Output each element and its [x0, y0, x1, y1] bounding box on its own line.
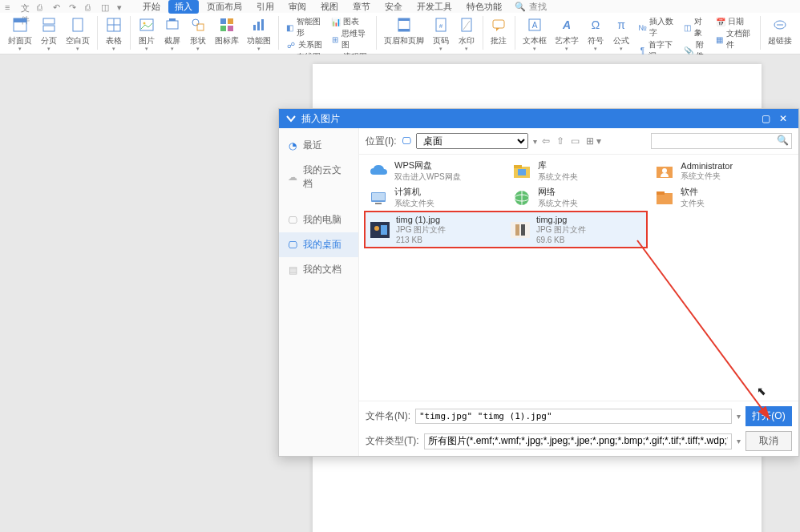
back-icon[interactable]: ⇦: [542, 135, 550, 147]
tab-insert[interactable]: 插入: [168, 0, 199, 14]
dialog-sidebar: ◔最近 ☁我的云文档 🖵我的电脑 🖵我的桌面 ▤我的文档: [279, 128, 359, 456]
rb-pagenum[interactable]: #页码▾: [429, 16, 453, 52]
svg-rect-4: [73, 18, 83, 31]
svg-point-51: [374, 226, 379, 231]
tab-review[interactable]: 审阅: [282, 0, 313, 14]
side-recent[interactable]: ◔最近: [279, 133, 358, 158]
rb-shapes[interactable]: 形状▾: [186, 16, 210, 52]
tab-start[interactable]: 开始: [136, 0, 167, 14]
svg-rect-44: [375, 203, 382, 204]
qat-undo-icon[interactable]: ↶: [53, 2, 61, 10]
rb-cover[interactable]: 封面页▾: [5, 16, 35, 52]
file-network[interactable]: 网络系统文件夹: [507, 184, 651, 211]
side-desktop[interactable]: 🖵我的桌面: [279, 232, 358, 257]
rb-blank[interactable]: 空白页▾: [63, 16, 93, 52]
search-icon[interactable]: 🔍: [777, 135, 789, 146]
network-icon: [511, 187, 533, 209]
file-computer[interactable]: 计算机系统文件夹: [364, 184, 507, 211]
clock-icon: ◔: [287, 140, 298, 151]
location-toolbar: ⇦ ⇧ ▭ ⊞ ▾: [542, 135, 601, 147]
dialog-titlebar: 插入图片 ▢ ✕: [279, 109, 798, 128]
rb-relation[interactable]: ☍关系图: [286, 39, 322, 50]
svg-point-41: [662, 168, 667, 173]
rb-pagebreak[interactable]: 分页▾: [37, 16, 61, 52]
svg-rect-19: [257, 22, 260, 30]
library-icon: [511, 160, 533, 183]
rb-headerfooter[interactable]: 页眉和页脚: [381, 16, 427, 46]
rb-hyperlink[interactable]: 超链接: [765, 16, 795, 46]
tab-section[interactable]: 章节: [346, 0, 377, 14]
up-icon[interactable]: ⇧: [556, 135, 564, 147]
rb-chart[interactable]: 📊图表: [331, 16, 359, 27]
rb-mindmap[interactable]: ⊞思维导图: [331, 28, 369, 50]
rb-equation[interactable]: π公式▾: [609, 16, 633, 52]
qat-save-icon[interactable]: ⎙: [37, 2, 45, 10]
svg-text:A: A: [562, 18, 571, 31]
qat-preview-icon[interactable]: ◫: [101, 2, 109, 10]
cancel-button[interactable]: 取消: [745, 431, 792, 451]
pc-icon: 🖵: [287, 215, 298, 226]
svg-rect-16: [220, 26, 226, 31]
cloud-icon: ☁: [287, 171, 298, 183]
ribbon: 封面页▾ 分页▾ 空白页▾ 表格▾ 图片▾ 截屏▾ 形状▾ 图标库 功能图▾ ◧…: [0, 13, 800, 54]
search-input[interactable]: [651, 133, 792, 149]
side-computer[interactable]: 🖵我的电脑: [279, 208, 358, 232]
file-grid[interactable]: WPS网盘双击进入WPS网盘 库系统文件夹 Administrator系统文件夹: [359, 155, 798, 401]
svg-rect-14: [220, 18, 226, 24]
svg-rect-18: [253, 25, 256, 30]
filetype-select[interactable]: [424, 433, 732, 449]
rb-textbox[interactable]: A文本框▾: [519, 16, 550, 52]
file-wpsdisk[interactable]: WPS网盘双击进入WPS网盘: [364, 158, 507, 184]
rb-screenshot[interactable]: 截屏▾: [160, 16, 184, 52]
side-cloud[interactable]: ☁我的云文档: [279, 158, 358, 196]
folder-icon: ▤: [287, 264, 298, 276]
qat-redo-icon[interactable]: ↷: [69, 2, 77, 10]
tab-layout[interactable]: 页面布局: [200, 0, 248, 14]
rb-object[interactable]: ◫对象: [684, 16, 708, 38]
rb-smartart[interactable]: ◧智能图形: [286, 16, 324, 38]
rb-table[interactable]: 表格▾: [102, 16, 126, 52]
svg-rect-13: [197, 24, 204, 30]
ribbon-tabs: 开始 插入 页面布局 引用 审阅 视图 章节 安全 开发工具 特色功能: [136, 0, 508, 14]
file-timg[interactable]: timg.jpgJPG 图片文件69.6 KB: [506, 212, 646, 247]
rb-symbol[interactable]: Ω符号▾: [584, 16, 608, 52]
file-library[interactable]: 库系统文件夹: [507, 158, 651, 184]
menubar-search[interactable]: 🔍 查找: [515, 1, 547, 13]
close-button[interactable]: ✕: [774, 113, 792, 124]
tab-refs[interactable]: 引用: [250, 0, 281, 14]
maximize-button[interactable]: ▢: [757, 113, 774, 124]
side-docs[interactable]: ▤我的文档: [279, 257, 358, 282]
tab-devtools[interactable]: 开发工具: [410, 0, 459, 14]
rb-date[interactable]: 📅日期: [716, 16, 744, 27]
svg-rect-28: [493, 20, 504, 28]
rb-docparts[interactable]: ▦文档部件: [716, 28, 754, 50]
open-button[interactable]: 打开(O): [745, 406, 792, 426]
qat-more-icon[interactable]: ▾: [117, 2, 125, 10]
qat-print-icon[interactable]: ⎙: [85, 2, 93, 10]
tab-view[interactable]: 视图: [314, 0, 345, 14]
location-select[interactable]: 桌面: [416, 133, 528, 149]
svg-rect-39: [518, 169, 526, 175]
filename-input[interactable]: [415, 409, 732, 424]
rb-wordart[interactable]: A艺术字▾: [552, 16, 582, 52]
file-software[interactable]: 软件文件夹: [650, 184, 794, 211]
svg-rect-54: [515, 224, 519, 236]
rb-picture[interactable]: 图片▾: [135, 16, 159, 52]
tab-features[interactable]: 特色功能: [460, 0, 508, 14]
svg-rect-55: [521, 224, 525, 236]
rb-watermark[interactable]: 水印▾: [455, 16, 479, 52]
rb-comment[interactable]: 批注: [487, 16, 511, 46]
file-admin[interactable]: Administrator系统文件夹: [650, 158, 794, 184]
svg-text:A: A: [532, 21, 538, 30]
tab-security[interactable]: 安全: [378, 0, 409, 14]
dialog-bottom: 文件名(N): ▾ 打开(O) 文件类型(T): ▾ 取消: [359, 401, 798, 456]
rb-iconlib[interactable]: 图标库: [212, 16, 242, 46]
rb-funcchart[interactable]: 功能图▾: [244, 16, 274, 52]
view-icon[interactable]: ⊞ ▾: [586, 135, 601, 147]
newfolder-icon[interactable]: ▭: [571, 135, 580, 147]
file-menu[interactable]: 文件: [21, 2, 29, 10]
location-row: 位置(I): 🖵 桌面 ▾ ⇦ ⇧ ▭ ⊞ ▾ 🔍: [359, 128, 798, 155]
menu-icon[interactable]: ≡: [5, 2, 13, 10]
file-timg1[interactable]: timg (1).jpgJPG 图片文件213 KB: [366, 212, 506, 247]
rb-insnumber[interactable]: №插入数字: [638, 16, 676, 38]
